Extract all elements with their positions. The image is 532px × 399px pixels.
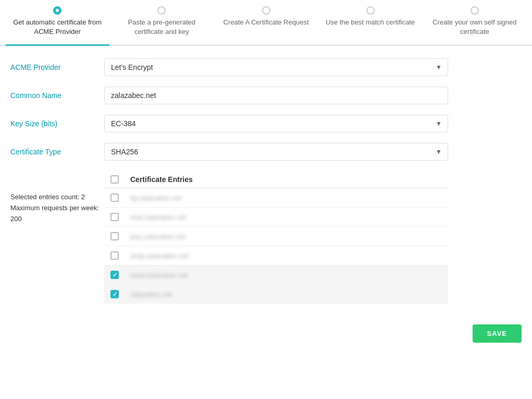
entry-checkbox-1[interactable] <box>110 194 119 202</box>
tab-label-paste: Paste a pre-generated certificate and ke… <box>114 18 209 37</box>
entries-table: Certificate Entries ftp.zalazabec.net ma… <box>104 171 448 304</box>
entry-row-6: zalazabec.net <box>104 285 448 304</box>
key-size-select-wrapper: EC-384 EC-256 RSA-2048 RSA-4096 ▼ <box>104 115 448 132</box>
acme-provider-select-wrapper: Let's Encrypt Buypass ZeroSSL ▼ <box>104 58 448 76</box>
acme-provider-label: ACME Provider <box>10 63 104 71</box>
cert-type-select-wrapper: SHA256 SHA512 ▼ <box>104 143 448 161</box>
entries-info: Selected entries count: 2 Maximum reques… <box>10 171 104 304</box>
entry-text-1: ftp.zalazabec.net <box>130 194 181 202</box>
entry-checkbox-5[interactable] <box>110 271 119 279</box>
form-area: ACME Provider Let's Encrypt Buypass Zero… <box>0 46 532 316</box>
checkbox-cell-2 <box>110 213 125 221</box>
save-button[interactable]: SAVE <box>473 324 522 343</box>
acme-provider-row: ACME Provider Let's Encrypt Buypass Zero… <box>10 58 522 76</box>
tab-label-best-match: Use the best match certificate <box>326 18 415 27</box>
footer: SAVE <box>0 316 532 351</box>
common-name-input[interactable] <box>104 87 448 104</box>
tab-acme[interactable]: Get automatic certificate from ACME Prov… <box>5 0 109 45</box>
entry-row-2: mail.zalazabec.net <box>104 208 448 227</box>
entry-row-4: smtp.zalazabec.net <box>104 246 448 265</box>
tab-radio-self-signed <box>471 6 479 15</box>
checkbox-cell-1 <box>110 194 125 202</box>
entry-checkbox-6[interactable] <box>110 290 119 298</box>
header-checkbox-cell <box>110 175 125 184</box>
tab-radio-acme <box>53 6 61 15</box>
cert-type-select[interactable]: SHA256 SHA512 <box>104 143 448 161</box>
tab-paste[interactable]: Paste a pre-generated certificate and ke… <box>109 0 214 45</box>
wizard-tabs: Get automatic certificate from ACME Prov… <box>0 0 532 46</box>
certificate-entries-section: Selected entries count: 2 Maximum reques… <box>10 171 522 304</box>
tab-label-acme: Get automatic certificate from ACME Prov… <box>9 18 105 37</box>
entry-text-3: pop.zalazabec.net <box>130 233 185 240</box>
checkbox-cell-5 <box>110 271 125 279</box>
cert-type-label: Certificate Type <box>10 148 104 156</box>
entry-checkbox-4[interactable] <box>110 251 119 260</box>
key-size-select[interactable]: EC-384 EC-256 RSA-2048 RSA-4096 <box>104 115 448 132</box>
tab-best-match[interactable]: Use the best match certificate <box>318 0 423 35</box>
checkbox-cell-4 <box>110 251 125 260</box>
cert-type-row: Certificate Type SHA256 SHA512 ▼ <box>10 143 522 161</box>
common-name-row: Common Name <box>10 87 522 104</box>
entry-text-2: mail.zalazabec.net <box>130 213 187 221</box>
key-size-label: Key Size (bits) <box>10 119 104 128</box>
common-name-label: Common Name <box>10 91 104 100</box>
max-requests-label: Maximum requests per week: 200 <box>10 203 104 225</box>
entry-row-5: www.zalazabec.net <box>104 265 448 285</box>
acme-provider-select[interactable]: Let's Encrypt Buypass ZeroSSL <box>104 58 448 76</box>
entry-text-4: smtp.zalazabec.net <box>130 252 189 260</box>
tab-label-csr: Create A Certificate Request <box>223 18 308 27</box>
header-checkbox[interactable] <box>110 175 119 184</box>
entry-row-3: pop.zalazabec.net <box>104 227 448 246</box>
entry-text-5: www.zalazabec.net <box>130 271 188 279</box>
entry-checkbox-3[interactable] <box>110 232 119 240</box>
tab-radio-paste <box>157 6 166 15</box>
key-size-row: Key Size (bits) EC-384 EC-256 RSA-2048 R… <box>10 115 522 132</box>
entries-header-label: Certificate Entries <box>130 175 193 184</box>
entry-row-1: ftp.zalazabec.net <box>104 188 448 208</box>
tab-csr[interactable]: Create A Certificate Request <box>214 0 318 35</box>
selected-count-label: Selected entries count: 2 <box>10 192 104 203</box>
entry-text-6: zalazabec.net <box>130 291 172 298</box>
checkbox-cell-3 <box>110 232 125 240</box>
tab-radio-csr <box>262 6 270 15</box>
tab-label-self-signed: Create your own self signed certificate <box>427 18 523 37</box>
tab-radio-best-match <box>366 6 375 15</box>
tab-self-signed[interactable]: Create your own self signed certificate <box>423 0 527 45</box>
entry-checkbox-2[interactable] <box>110 213 119 221</box>
entries-header: Certificate Entries <box>104 171 448 188</box>
checkbox-cell-6 <box>110 290 125 298</box>
